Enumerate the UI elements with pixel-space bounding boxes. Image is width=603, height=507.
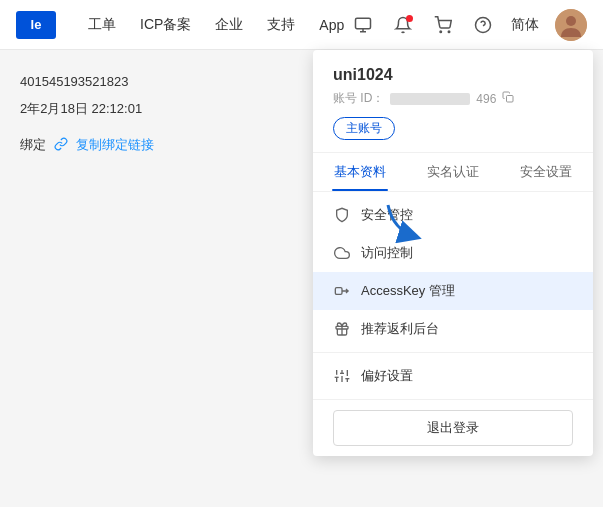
avatar[interactable] — [555, 9, 587, 41]
nav-item-order[interactable]: 工单 — [88, 16, 116, 34]
menu-label-preferences: 偏好设置 — [361, 367, 413, 385]
status-text: 绑定 — [20, 133, 46, 156]
help-icon[interactable] — [471, 13, 495, 37]
svg-point-3 — [440, 31, 442, 33]
svg-point-8 — [566, 16, 576, 26]
logout-button[interactable]: 退出登录 — [333, 410, 573, 446]
navbar-right: 简体 — [351, 9, 587, 41]
lang-label[interactable]: 简体 — [511, 16, 539, 34]
navbar-left: Ie 工单 ICP备案 企业 支持 App — [16, 11, 351, 39]
username: uni1024 — [333, 66, 573, 84]
svg-rect-0 — [356, 18, 371, 29]
account-id-row: 账号 ID： 496 — [333, 90, 573, 107]
arrow-indicator — [378, 195, 438, 259]
link-icon — [54, 137, 68, 151]
menu-label-referral: 推荐返利后台 — [361, 320, 439, 338]
key-icon — [333, 282, 351, 300]
menu-label-accesskey: AccessKey 管理 — [361, 282, 455, 300]
tab-basic-info[interactable]: 基本资料 — [313, 153, 406, 191]
notification-dot — [406, 15, 413, 22]
dropdown-tabs: 基本资料 实名认证 安全设置 — [313, 153, 593, 192]
account-id-suffix: 496 — [476, 92, 496, 106]
logout-area: 退出登录 — [313, 399, 593, 456]
menu-item-security-control[interactable]: 安全管控 — [313, 196, 593, 234]
dropdown-menu: 安全管控 访问控制 AccessKey 管理 — [313, 192, 593, 399]
terminal-icon[interactable] — [351, 13, 375, 37]
tab-real-name[interactable]: 实名认证 — [406, 153, 499, 191]
nav-item-support[interactable]: 支持 — [267, 16, 295, 34]
nav-item-icp[interactable]: ICP备案 — [140, 16, 191, 34]
cart-icon[interactable] — [431, 13, 455, 37]
menu-item-referral[interactable]: 推荐返利后台 — [313, 310, 593, 348]
tab-security[interactable]: 安全设置 — [500, 153, 593, 191]
copy-id-icon[interactable] — [502, 91, 514, 106]
menu-item-access-control[interactable]: 访问控制 — [313, 234, 593, 272]
dropdown-panel: uni1024 账号 ID： 496 主账号 基本资料 实名认证 安全设置 — [313, 50, 593, 456]
svg-rect-9 — [507, 96, 514, 103]
main-account-badge[interactable]: 主账号 — [333, 117, 395, 140]
shield-icon — [333, 206, 351, 224]
menu-divider — [313, 352, 593, 353]
dropdown-header: uni1024 账号 ID： 496 主账号 — [313, 50, 593, 153]
nav-item-enterprise[interactable]: 企业 — [215, 16, 243, 34]
svg-rect-10 — [335, 288, 342, 295]
sliders-icon — [333, 367, 351, 385]
copy-link[interactable]: 复制绑定链接 — [76, 133, 154, 156]
gift-icon — [333, 320, 351, 338]
menu-item-preferences[interactable]: 偏好设置 — [313, 357, 593, 395]
account-id-masked — [390, 93, 470, 105]
account-id-label: 账号 ID： — [333, 90, 384, 107]
nav-item-app[interactable]: App — [319, 17, 344, 33]
menu-item-accesskey[interactable]: AccessKey 管理 — [313, 272, 593, 310]
logo: Ie — [16, 11, 56, 39]
navbar: Ie 工单 ICP备案 企业 支持 App — [0, 0, 603, 50]
svg-point-4 — [448, 31, 450, 33]
bell-icon[interactable] — [391, 13, 415, 37]
cloud-icon — [333, 244, 351, 262]
